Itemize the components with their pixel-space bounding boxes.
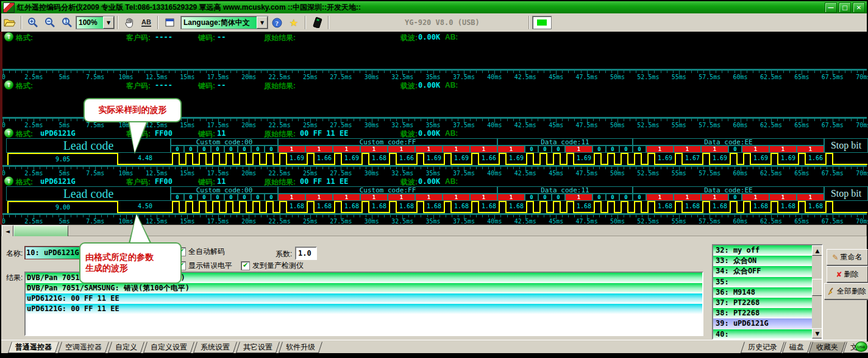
favorite-item[interactable]: 40: <box>713 329 812 339</box>
connection-indicator <box>532 16 552 29</box>
zoom-actual-button[interactable]: 1 <box>59 15 75 30</box>
wave-segment <box>736 153 743 165</box>
delete-button[interactable]: ✘ 删除 <box>827 266 868 283</box>
tab-label: 自定义设置 <box>151 342 187 353</box>
checkbox-check-icon[interactable]: ✔ <box>241 261 250 270</box>
wave-duration-label: 1.68 <box>452 203 471 209</box>
tab-历史记录[interactable]: 历史记录 <box>741 342 784 353</box>
bit-cell: 0 <box>171 146 184 153</box>
result-row[interactable]: DVB/Pan 7051/SAMSUNG: 错误(第100个电平) <box>26 283 702 293</box>
tab-空调遥控器[interactable]: 空调遥控器 <box>58 342 109 353</box>
wave-segment <box>730 201 736 213</box>
title-bar: 红外遥控编码分析仪2009 专业版 Tel:086-13316529329 覃远… <box>1 1 867 13</box>
expand-arrow-icon[interactable]: ↑ <box>4 128 13 138</box>
wave-segment <box>533 201 539 213</box>
wave-duration-label: 1.68 <box>507 203 526 209</box>
help-button[interactable]: ? <box>269 15 285 30</box>
window-view-button[interactable] <box>162 15 177 30</box>
coefficient-input[interactable] <box>295 247 317 260</box>
open-file-button[interactable] <box>2 15 18 30</box>
zoom-dropdown-arrow[interactable]: ▼ <box>103 16 114 29</box>
language-combobox[interactable]: Language:简体中文 ▼ <box>180 16 268 29</box>
favorite-item[interactable]: 38: PT2268 <box>713 308 812 318</box>
wave-segment <box>560 201 566 213</box>
scrollbar-thumb[interactable] <box>812 279 823 296</box>
delete-all-button[interactable]: 全部删除 <box>824 283 868 300</box>
favorite-item-selected[interactable]: 39: uPD6121G <box>713 318 812 329</box>
wave-segment <box>226 153 232 165</box>
result-row[interactable]: uPD6121G: 00 FF 11 EE <box>26 304 702 314</box>
wave-segment: 1.68 <box>654 201 675 213</box>
ruler-tick-label: 57.5ms <box>694 218 725 225</box>
bit-cell: 1 <box>388 194 415 201</box>
tab-系统设置[interactable]: 系统设置 <box>193 342 237 353</box>
scroll-up-button[interactable]: ▲ <box>812 245 823 256</box>
favorite-item[interactable]: 32: my off <box>713 245 812 256</box>
bit-cell: 0 <box>592 194 606 201</box>
zoom-level-combobox[interactable]: 100% ▼ <box>76 16 115 29</box>
scroll-down-button[interactable]: ▼ <box>812 328 823 339</box>
remote-control-icon <box>312 17 322 28</box>
tab-磁盘[interactable]: 磁盘 <box>782 342 811 353</box>
favorites-list[interactable]: 32: my off33: 众合ON34: 众合OFF35:36: M91483… <box>712 244 823 340</box>
favorite-item[interactable]: 36: M9148 <box>713 287 812 298</box>
wave-segment <box>730 153 736 165</box>
wave-duration-label: 1.68 <box>342 203 361 209</box>
minimize-button[interactable]: — <box>825 2 837 13</box>
zoom-out-button[interactable] <box>42 15 58 30</box>
ruler-tick-label: 12.5ms <box>141 218 172 225</box>
wave-duration-label: 1.69 <box>710 155 730 161</box>
maximize-button[interactable]: □ <box>839 2 851 13</box>
expand-arrow-icon[interactable]: ↑ <box>4 80 13 90</box>
tab-软件升级[interactable]: 软件升级 <box>279 342 322 353</box>
wave-duration-label: 1.68 <box>806 203 825 209</box>
expand-arrow-icon[interactable]: ↑ <box>4 32 13 41</box>
scroll-left-button[interactable]: ◄ <box>2 225 13 237</box>
language-dropdown-arrow[interactable]: ▼ <box>257 16 268 29</box>
favorite-item[interactable]: 34: 众合OFF <box>713 266 812 276</box>
zoom-in-button[interactable] <box>25 15 41 30</box>
left-edge-strip <box>0 32 2 225</box>
favorite-item[interactable]: 37: PT2268 <box>713 298 812 308</box>
wave-segment: 4.48 <box>117 153 172 165</box>
tab-收藏夹[interactable]: 收藏夹 <box>809 342 845 353</box>
wave-segment <box>614 201 621 213</box>
rename-button[interactable]: ✎ 重命名 <box>827 249 868 265</box>
remote-device-button[interactable] <box>309 15 325 30</box>
bit-cell: 1 <box>415 146 443 153</box>
bit-cell: 0 <box>633 146 646 153</box>
tab-自定义[interactable]: 自定义 <box>108 342 144 353</box>
window-title: 红外遥控编码分析仪2009 专业版 Tel:086-13316529329 覃远… <box>17 2 361 13</box>
expand-arrow-icon[interactable]: ↑ <box>4 177 13 186</box>
favorite-item[interactable]: 35: <box>713 277 812 287</box>
favorites-button[interactable]: ★ <box>286 15 302 30</box>
wave-segment: 1.69 <box>450 153 471 165</box>
star-icon: ★ <box>290 17 298 29</box>
code-section-header: Custom code:FF <box>278 186 497 194</box>
wave-segment <box>307 153 313 165</box>
ab-compare-button[interactable]: AB <box>138 15 154 30</box>
tab-自定义设置[interactable]: 自定义设置 <box>143 342 194 353</box>
wave-segment <box>566 201 573 213</box>
wave-segment: 1.68 <box>368 201 389 213</box>
pan-hand-button[interactable] <box>121 15 137 30</box>
tab-其它设置[interactable]: 其它设置 <box>236 342 280 353</box>
tab-普通遥控器[interactable]: 普通遥控器 <box>8 342 59 353</box>
favorites-scrollbar[interactable]: ▲ ▼ <box>812 245 822 339</box>
wave-segment <box>607 201 614 213</box>
wave-duration-label: 1.68 <box>369 155 389 161</box>
code-section-header: Custom code:00 <box>171 186 278 194</box>
ruler-tick-label: 35ms <box>418 218 449 225</box>
wave-segment <box>334 153 341 165</box>
favorite-item[interactable]: 33: 众合ON <box>713 256 812 266</box>
bit-cell: 0 <box>197 146 211 153</box>
auto-decode-checkbox[interactable]: ✔ 全自动解码 <box>177 247 225 257</box>
show-error-checkbox[interactable]: ✔ 显示错误电平 <box>177 261 232 271</box>
name-input[interactable] <box>24 246 84 259</box>
result-row[interactable]: uPD6121G: 00 FF 11 EE <box>26 293 702 304</box>
send-tester-checkbox[interactable]: ✔ 发到量产检测仪 <box>241 261 304 271</box>
scrollbar-thumb[interactable] <box>13 225 68 237</box>
device-version-label: YG-920 V8.0 (USB) <box>405 18 480 27</box>
wave-duration-label: 9.05 <box>9 156 117 163</box>
close-button[interactable]: ✕ <box>853 2 865 13</box>
